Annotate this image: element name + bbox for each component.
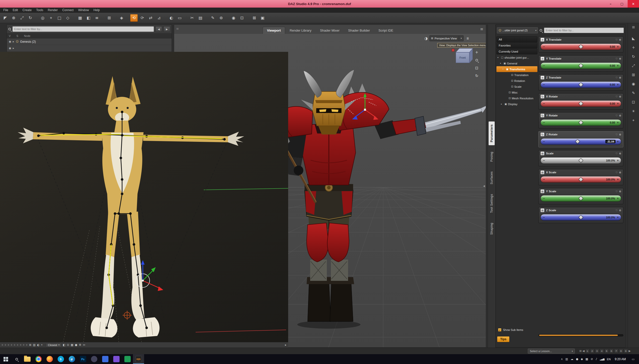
tray-icon[interactable]: ◆ [581,357,583,361]
viewport-tab[interactable]: Shader Builder [344,27,374,34]
gear-icon[interactable]: ⚙ [619,171,621,174]
expand-arrow-icon[interactable]: ▾ [500,62,503,64]
toolbar-tool-icon[interactable]: ⊡ [238,14,246,22]
viewport-bar-icon[interactable]: ● [74,343,78,347]
fox-character-render[interactable] [0,52,288,342]
toolbar-tool-icon[interactable]: ▤ [197,14,204,22]
favorite-heart-icon[interactable]: ♡ [615,171,618,174]
tray-icon[interactable]: ▥ [565,357,568,361]
show-sub-items-checkbox[interactable]: ✓ [498,328,501,332]
side-tool-icon[interactable]: ✎ [630,89,637,97]
toolbar-tool-icon[interactable]: ▭ [176,14,184,22]
toolbar-tool-icon[interactable]: ⌖ [47,14,55,22]
decrement-button[interactable]: − [543,215,545,219]
decrement-button[interactable]: − [543,121,545,124]
favorite-heart-icon[interactable]: ♡ [615,114,618,117]
pager-nav-icon[interactable]: ⊞ [579,349,582,353]
minimize-button[interactable]: – [605,0,616,8]
menu-item[interactable]: Create [20,8,34,13]
scrollbar-thumb[interactable] [539,335,618,336]
page-number-button[interactable]: 8 [619,349,623,353]
orbit-tool-icon[interactable]: ↻ [474,73,480,79]
tray-icon[interactable]: ∧ [561,357,563,361]
side-tab[interactable]: Tool Settings [489,191,495,216]
node-selector-dropdown[interactable]: ☺ ...ulder joint gurad (2) ▾ [497,27,538,33]
expand-arrow-icon[interactable]: ▾ [497,56,500,59]
menu-item[interactable]: Window [76,8,91,13]
parameter-group-row[interactable]: ▾ ▣ General [496,60,537,66]
increment-button[interactable]: + [617,102,619,105]
page-number-button[interactable]: 3 [595,349,599,353]
decrement-button[interactable]: − [543,158,545,162]
taskbar-app-button[interactable]: Ps [77,354,88,364]
slider-track[interactable]: − + 0.00 [540,100,621,107]
expand-icon[interactable]: ▸ [284,343,287,347]
increment-button[interactable]: + [617,177,619,181]
parameter-group-row[interactable]: All [496,36,537,42]
decrement-button[interactable]: − [543,64,545,67]
layout-grid-icon[interactable] [4,344,7,346]
horizontal-scrollbar[interactable] [538,334,623,336]
decrement-button[interactable]: − [543,196,545,200]
taskbar-app-button[interactable] [22,354,33,364]
gear-icon[interactable]: ⚙ [619,76,621,79]
slider-track[interactable]: − + 0.00 [540,119,621,126]
tray-icon[interactable]: ☁ [570,357,573,361]
taskbar-app-button[interactable] [88,354,100,364]
slider-track[interactable]: − + 0.00 [540,62,621,69]
slider-thumb[interactable] [579,215,583,220]
forward-button[interactable]: ▶ [164,26,170,32]
toolbar-tool-icon[interactable]: ▦ [76,14,84,22]
menu-item[interactable]: Render [45,8,60,13]
viewport-bar-icon[interactable]: ⚙ [78,343,82,347]
slider-track[interactable]: − + 100.0% [540,176,621,183]
slider-thumb[interactable] [579,101,583,106]
language-indicator[interactable]: EN [607,358,611,361]
increment-button[interactable]: + [617,45,619,49]
toolbar-tool-icon[interactable]: ⟳ [139,14,146,22]
frame-tool-icon[interactable]: ⊡ [474,65,480,71]
slider-thumb[interactable] [579,63,583,68]
parameter-group-row[interactable]: ⊡ Mesh Resolution [496,95,537,101]
side-tab[interactable]: Posing [489,149,495,165]
toolbar-tool-icon[interactable]: ◤ [2,14,9,22]
favorite-heart-icon[interactable]: ♡ [615,76,618,79]
viewport-bar-icon[interactable]: ⊡ [66,343,70,347]
layout-grid-icon[interactable] [22,344,25,346]
toolbar-tool-icon[interactable]: ⤢ [18,14,26,22]
toolbar-tool-icon[interactable]: ◇ [64,14,72,22]
pan-tool-icon[interactable]: + [474,50,480,55]
favorite-heart-icon[interactable]: ♡ [615,95,618,98]
gear-icon[interactable]: ⚙ [619,114,621,117]
viewport-bar-icon[interactable]: ◧ [62,343,66,347]
visibility-eye-icon[interactable]: ◉ [9,40,11,43]
layout-grid-icon[interactable] [19,344,22,346]
side-tab[interactable]: Parameters [489,121,495,145]
side-tool-icon[interactable]: ⊡ [630,98,637,106]
increment-button[interactable]: + [617,215,619,219]
viewport-bar-icon[interactable]: ⊞ [29,343,32,347]
tray-icon[interactable]: ⊘ [591,357,593,361]
parameter-group-row[interactable]: ▾ □ shoulder joint gur... [496,55,537,60]
menu-item[interactable]: Edit [10,8,20,13]
menu-item[interactable]: Help [91,8,102,13]
parameter-group-row[interactable]: Currently Used [496,49,537,54]
expand-arrow-icon[interactable]: ▸ [501,103,504,105]
slider-track[interactable]: − + -31.04 [540,138,621,145]
toolbar-tool-icon[interactable]: ◎ [39,14,47,22]
side-tab[interactable]: Surfaces [489,168,495,187]
taskbar-app-button[interactable] [33,354,44,364]
next-page-icon[interactable]: ▶ [629,349,631,353]
toolbar-tool-icon[interactable]: ◉ [230,14,237,22]
gear-icon[interactable]: ⚙ [619,95,621,98]
toolbar-tool-icon[interactable]: ▣ [259,14,266,22]
side-tool-icon[interactable]: ☀ [630,107,637,115]
toolbar-tool-icon[interactable]: ⇄ [147,14,154,22]
menu-item[interactable]: Connect [60,8,76,13]
gear-icon[interactable]: ⚙ [619,133,621,136]
parameter-group-row[interactable]: ⊡ Rotation [496,78,537,84]
viewport-bar-icon[interactable]: ◐ [37,343,40,347]
toolbar-tool-icon[interactable]: ⟲ [130,14,138,22]
notification-center-icon[interactable]: ▭ [630,357,636,361]
toolbar-tool-icon[interactable]: ≡ [93,14,101,22]
